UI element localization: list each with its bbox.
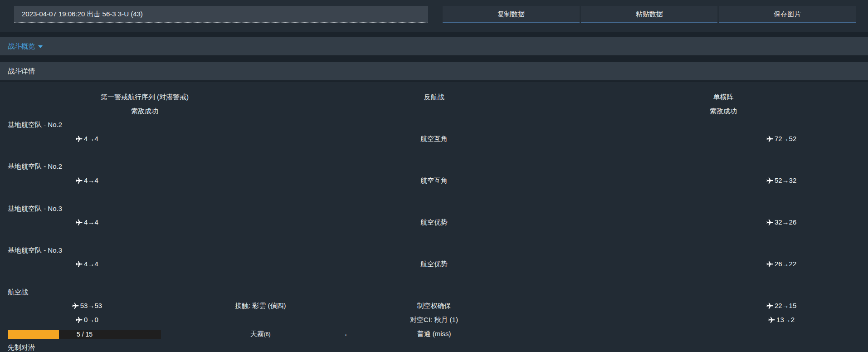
attack-row: 5 / 15 天霧(6) 普通 (miss) ← <box>0 327 868 341</box>
phase-row: 53→53 接触: 彩雲 (偵四) 制空权确保 22→15 <box>0 299 868 313</box>
friendly-plane-count: 4→4 <box>84 132 98 146</box>
friendly-plane-count: 4→4 <box>84 257 98 271</box>
phase-title: 航空战 <box>0 285 868 299</box>
battle-overview-label: 战斗概览 <box>8 42 35 50</box>
save-image-button[interactable]: 保存图片 <box>719 6 856 23</box>
enemy-plane-count: 32→26 <box>775 215 796 230</box>
battle-detail-label: 战斗详情 <box>8 67 35 75</box>
enemy-plane-count: 72→52 <box>775 132 796 146</box>
anti-air-ci: 对空CI: 秋月 (1) <box>347 313 521 327</box>
plane-icon <box>75 177 83 185</box>
plane-icon <box>72 302 79 310</box>
engagement-type: 反航战 <box>289 90 579 104</box>
air-supremacy-result: 制空权确保 <box>347 299 521 313</box>
phase-title: 先制对潜 <box>0 341 868 352</box>
enemy-formation: 单横阵 <box>579 90 868 104</box>
battle-overview-toggle[interactable]: 战斗概览 <box>0 37 868 55</box>
hp-bar-label: 5 / 15 <box>8 330 161 339</box>
friendly-plane-count: 4→4 <box>84 174 98 188</box>
enemy-plane-count: 26→22 <box>775 257 796 271</box>
phase-row: 4→4 航空互角 52→32 <box>0 174 868 188</box>
plane-icon <box>766 219 774 226</box>
air-battle-result: 航空优势 <box>347 215 521 230</box>
enemy-plane-count: 22→15 <box>775 299 796 313</box>
attack-target: 天霧(6) <box>174 327 347 342</box>
enemy-plane-count: 52→32 <box>775 174 796 188</box>
plane-icon <box>766 302 774 310</box>
phase-title: 基地航空队 - No.3 <box>0 244 868 258</box>
attack-result: 普通 (miss) <box>347 327 521 342</box>
plane-icon <box>768 316 775 324</box>
friendly-detection: 索敌成功 <box>0 104 289 118</box>
friendly-formation: 第一警戒航行序列 (对潜警戒) <box>0 90 289 104</box>
battle-detail-header: 战斗详情 <box>0 62 868 80</box>
enemy-detection: 索敌成功 <box>579 104 868 118</box>
friendly-plane-count: 53→53 <box>80 299 102 313</box>
attack-direction-arrow: ← <box>344 327 351 341</box>
phase-title: 基地航空队 - No.2 <box>0 118 868 132</box>
air-battle-result: 航空互角 <box>347 132 521 146</box>
plane-icon <box>75 260 83 268</box>
plane-icon <box>75 135 83 143</box>
hp-bar: 5 / 15 <box>8 330 161 339</box>
paste-data-button[interactable]: 粘贴数据 <box>581 6 718 23</box>
phase-title: 基地航空队 - No.2 <box>0 160 868 174</box>
phase-row: 4→4 航空优势 32→26 <box>0 215 868 230</box>
air-battle-result: 航空互角 <box>347 174 521 188</box>
copy-data-button[interactable]: 复制数据 <box>443 6 580 23</box>
plane-icon <box>766 260 774 268</box>
friendly-plane-count: 0→0 <box>84 313 98 327</box>
plane-icon <box>75 219 83 226</box>
toolbar-actions: 复制数据 粘贴数据 保存图片 <box>443 6 856 23</box>
formation-header-row: 第一警戒航行序列 (对潜警戒) 反航战 单横阵 <box>0 90 868 104</box>
air-battle-result: 航空优势 <box>347 257 521 271</box>
phase-row: 4→4 航空优势 26→22 <box>0 257 868 271</box>
detection-header-row: 索敌成功 索敌成功 <box>0 104 868 118</box>
enemy-plane-count: 13→2 <box>776 313 795 327</box>
plane-icon <box>75 316 83 324</box>
battle-detail-panel: 第一警戒航行序列 (对潜警戒) 反航战 单横阵 索敌成功 索敌成功 基地航空队 … <box>0 82 868 352</box>
phase-row: 0→0 对空CI: 秋月 (1) 13→2 <box>0 313 868 327</box>
phase-title: 基地航空队 - No.3 <box>0 202 868 216</box>
friendly-plane-count: 4→4 <box>84 215 98 230</box>
plane-icon <box>766 177 774 185</box>
target-index: (6) <box>264 331 271 337</box>
phase-row: 4→4 航空互角 72→52 <box>0 132 868 146</box>
contact-info: 接触: 彩雲 (偵四) <box>174 299 347 313</box>
plane-icon <box>766 135 774 143</box>
toolbar: 2023-04-07 19:06:20 出击 56-3 3-U (43) 复制数… <box>0 0 868 32</box>
chevron-down-icon <box>38 45 43 48</box>
battle-record-selector[interactable]: 2023-04-07 19:06:20 出击 56-3 3-U (43) <box>14 6 428 23</box>
